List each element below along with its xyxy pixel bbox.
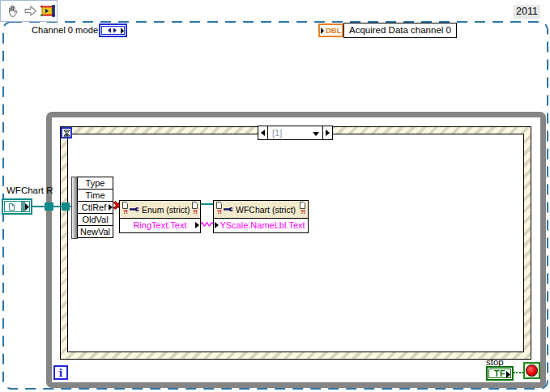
ref-out-icon: ?! <box>191 202 198 215</box>
ref-in-icon: ?! <box>215 202 223 215</box>
event-structure-content <box>67 134 524 352</box>
event-tunnel[interactable] <box>62 202 70 211</box>
loop-iteration-terminal[interactable]: i <box>53 365 68 380</box>
property-output-arrow <box>195 222 199 228</box>
loop-condition-terminal[interactable] <box>523 362 540 379</box>
year-label: 2011 <box>514 5 540 19</box>
event-data-row-oldval[interactable]: OldVal <box>78 214 113 226</box>
event-data-row-newval[interactable]: NewVal <box>78 226 113 237</box>
ctlref-wire[interactable] <box>32 206 77 207</box>
selector-next-button[interactable] <box>323 126 332 139</box>
event-data-node[interactable]: Type Time CtlRef OldVal NewVal <box>77 177 113 238</box>
event-case-selector[interactable]: [1] <box>258 126 333 140</box>
film-tool-icon[interactable] <box>40 3 57 19</box>
enum-arrows-icon <box>108 28 117 33</box>
property-node-wfchart[interactable]: ?! WFChart (strict) ?! YScale.NameLbl.Te… <box>213 200 309 233</box>
dbl-label: DBL <box>326 26 342 35</box>
enum-output-arrow <box>121 28 124 34</box>
stop-boolean-terminal[interactable]: TF <box>486 366 514 381</box>
event-structure <box>60 126 531 360</box>
arrow-tool-icon[interactable] <box>24 5 37 17</box>
selector-dropdown-icon[interactable] <box>313 132 319 136</box>
wfchart-ref-label: WFChart R <box>6 185 53 195</box>
selector-prev-button[interactable] <box>258 126 267 139</box>
tf-output-arrow <box>506 371 510 378</box>
selector-case-name[interactable]: [1] <box>267 126 323 139</box>
page-icon <box>9 203 15 211</box>
property-node-wfchart-header[interactable]: ?! WFChart (strict) ?! <box>213 200 309 219</box>
property-node-enum-title: Enum (strict) <box>142 205 190 215</box>
ref-output-arrow <box>25 203 29 211</box>
stop-wire[interactable] <box>514 372 523 373</box>
property-enum-ringtext[interactable]: RingText.Text <box>119 219 201 233</box>
event-timeout-icon[interactable] <box>61 127 72 138</box>
event-data-row-time[interactable]: Time <box>78 190 113 202</box>
event-data-row-ctlref[interactable]: CtlRef <box>78 202 113 214</box>
ref-out-icon: ?! <box>299 202 306 215</box>
wfchart-ref-terminal[interactable] <box>2 198 32 215</box>
property-node-wfchart-title: WFChart (strict) <box>236 205 296 215</box>
property-input-arrow <box>215 222 219 228</box>
class-glyph <box>130 206 139 213</box>
toolbar <box>0 0 58 22</box>
channel-mode-label: Channel 0 mode <box>32 25 98 35</box>
property-wfchart-yscale[interactable]: YScale.NameLbl.Text <box>213 219 309 233</box>
event-data-row-type[interactable]: Type <box>78 177 113 190</box>
dbl-input-arrow <box>321 28 324 34</box>
refnum-wire[interactable] <box>201 203 213 205</box>
acquired-data-label: Acquired Data channel 0 <box>343 23 457 38</box>
property-node-enum-header[interactable]: ?! Enum (strict) ?! <box>119 200 201 219</box>
stop-button-icon <box>526 364 538 377</box>
enum-control-terminal[interactable] <box>99 23 127 37</box>
class-glyph <box>224 206 233 213</box>
loop-tunnel[interactable] <box>45 202 53 211</box>
ref-in-icon: ?! <box>122 202 129 215</box>
property-node-enum[interactable]: ?! Enum (strict) ?! RingText.Text <box>119 200 201 233</box>
hand-tool-icon[interactable] <box>6 4 21 19</box>
dbl-indicator-terminal[interactable]: DBL <box>318 23 343 37</box>
string-wire-squiggle[interactable] <box>201 220 214 228</box>
